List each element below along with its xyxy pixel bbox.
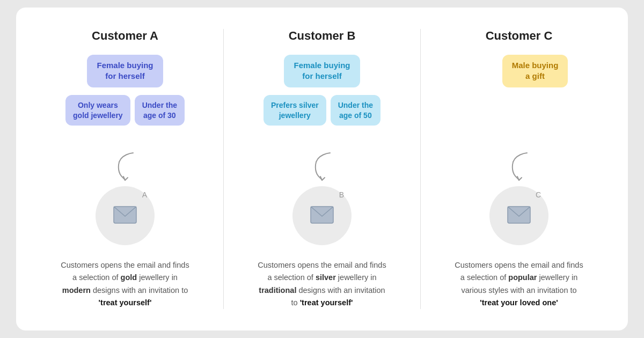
arrow-a-icon bbox=[104, 149, 147, 183]
envelope-a-icon bbox=[113, 206, 137, 226]
customer-b-title: Customer B bbox=[289, 29, 356, 43]
arrow-b-icon bbox=[301, 149, 343, 183]
tags-area-c: Male buyinga gift bbox=[426, 55, 612, 149]
tags-area-b: Female buyingfor herself Prefers silverj… bbox=[229, 55, 415, 149]
arrow-area-a bbox=[32, 149, 218, 186]
column-b: Customer B Female buyingfor herself Pref… bbox=[229, 29, 415, 309]
desc-c: Customers opens the email and finds a se… bbox=[455, 259, 583, 309]
tag-a-right: Under theage of 30 bbox=[135, 95, 185, 126]
arrow-area-c bbox=[426, 149, 612, 186]
envelope-c-icon bbox=[507, 206, 531, 226]
avatar-b: B bbox=[292, 186, 352, 245]
tag-a-left: Only wearsgold jewellery bbox=[65, 95, 130, 126]
arrow-c-icon bbox=[497, 149, 540, 183]
tag-a-row: Only wearsgold jewellery Under theage of… bbox=[65, 95, 185, 126]
divider-bc bbox=[420, 29, 421, 309]
tag-b-row: Prefers silverjewellery Under theage of … bbox=[264, 95, 380, 126]
desc-b: Customers opens the email and finds a se… bbox=[258, 259, 386, 309]
column-c: Customer C Male buyinga gift C bbox=[426, 29, 612, 309]
avatar-a: A bbox=[96, 186, 155, 245]
columns-container: Customer A Female buyingfor herself Only… bbox=[32, 29, 612, 309]
customer-c-title: Customer C bbox=[486, 29, 553, 43]
tag-c-top: Male buyinga gift bbox=[502, 55, 568, 87]
avatar-c: C bbox=[489, 186, 548, 245]
arrow-area-b bbox=[229, 149, 415, 186]
tag-b-left: Prefers silverjewellery bbox=[264, 95, 326, 126]
avatar-a-letter: A bbox=[142, 190, 147, 199]
main-card: Customer A Female buyingfor herself Only… bbox=[16, 8, 628, 330]
tag-b-right: Under theage of 50 bbox=[331, 95, 380, 126]
avatar-c-letter: C bbox=[536, 190, 541, 199]
tag-a-top: Female buyingfor herself bbox=[87, 55, 163, 87]
tags-area-a: Female buyingfor herself Only wearsgold … bbox=[32, 55, 218, 149]
envelope-b-icon bbox=[310, 206, 334, 226]
avatar-b-letter: B bbox=[339, 190, 344, 199]
column-a: Customer A Female buyingfor herself Only… bbox=[32, 29, 218, 309]
desc-a: Customers opens the email and finds a se… bbox=[61, 259, 189, 309]
divider-ab bbox=[223, 29, 224, 309]
tag-b-top: Female buyingfor herself bbox=[284, 55, 360, 87]
customer-a-title: Customer A bbox=[92, 29, 158, 43]
